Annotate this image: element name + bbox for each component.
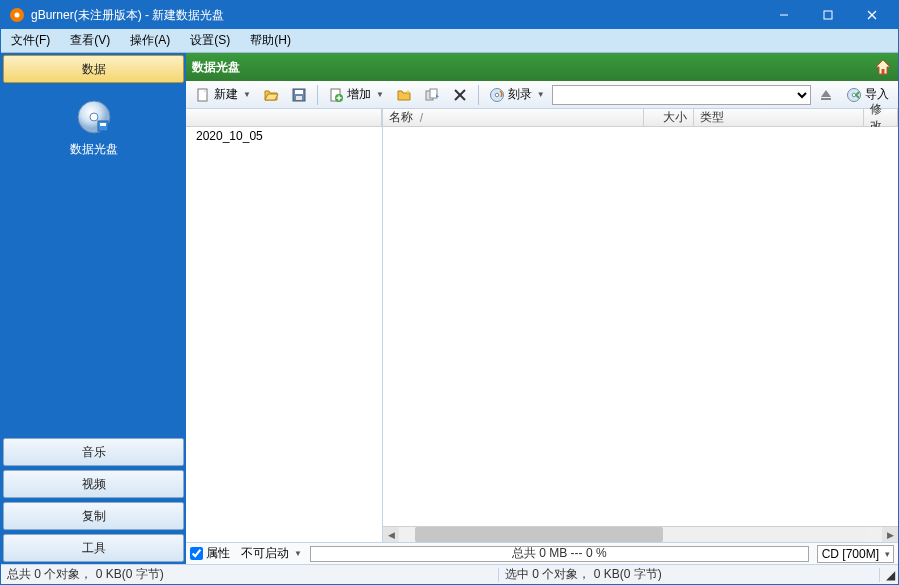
list-body[interactable] xyxy=(383,127,898,526)
menu-view[interactable]: 查看(V) xyxy=(60,29,120,52)
new-file-icon xyxy=(195,87,211,103)
folder-open-icon xyxy=(263,87,279,103)
svg-rect-16 xyxy=(296,96,302,100)
burn-button[interactable]: 刻录 ▼ xyxy=(484,83,550,107)
new-folder-button[interactable] xyxy=(391,83,417,107)
scroll-right-arrow[interactable]: ▶ xyxy=(882,527,898,542)
delete-button[interactable] xyxy=(447,83,473,107)
chevron-down-icon: ▼ xyxy=(537,90,545,99)
main: 数据光盘 新建 ▼ 增加 ▼ xyxy=(186,53,898,564)
resize-grip[interactable]: ◢ xyxy=(880,568,898,582)
new-folder-icon xyxy=(396,87,412,103)
properties-checkbox[interactable]: 属性 xyxy=(190,545,230,562)
horizontal-scrollbar[interactable]: ◀ ▶ xyxy=(383,526,898,542)
menu-file[interactable]: 文件(F) xyxy=(1,29,60,52)
chevron-down-icon: ▼ xyxy=(294,549,302,558)
extract-icon xyxy=(424,87,440,103)
status-total: 总共 0 个对象， 0 KB(0 字节) xyxy=(1,566,170,583)
sidebar-tab-data[interactable]: 数据 xyxy=(3,55,184,83)
menu-action[interactable]: 操作(A) xyxy=(120,29,180,52)
tree-pane: 2020_10_05 xyxy=(186,109,383,542)
chevron-down-icon: ▼ xyxy=(376,90,384,99)
svg-point-1 xyxy=(15,13,20,18)
col-name[interactable]: 名称 / xyxy=(383,109,644,126)
maximize-button[interactable] xyxy=(806,1,850,29)
titlebar: gBurner(未注册版本) - 新建数据光盘 xyxy=(1,1,898,29)
scroll-left-arrow[interactable]: ◀ xyxy=(383,527,399,542)
import-disc-icon xyxy=(846,87,862,103)
tree-root-label: 2020_10_05 xyxy=(196,129,263,143)
home-icon[interactable] xyxy=(874,58,892,76)
save-button[interactable] xyxy=(286,83,312,107)
tree-root-item[interactable]: 2020_10_05 xyxy=(186,127,382,145)
app-icon xyxy=(9,7,25,23)
eject-icon xyxy=(818,87,834,103)
svg-rect-11 xyxy=(882,69,885,74)
add-button[interactable]: 增加 ▼ xyxy=(323,83,389,107)
add-file-icon xyxy=(328,87,344,103)
header-bar: 数据光盘 xyxy=(186,53,898,81)
list-header: 名称 / 大小 类型 修改 xyxy=(383,109,898,127)
bootable-dropdown[interactable]: 不可启动 ▼ xyxy=(238,545,302,562)
svg-rect-15 xyxy=(295,90,303,94)
tree-header xyxy=(186,109,382,127)
menu-settings[interactable]: 设置(S) xyxy=(180,29,240,52)
status-selected: 选中 0 个对象， 0 KB(0 字节) xyxy=(499,566,879,583)
toolbar: 新建 ▼ 增加 ▼ xyxy=(186,81,898,109)
svg-rect-29 xyxy=(821,98,831,100)
progress-bar: 总共 0 MB --- 0 % xyxy=(310,546,809,562)
sidebar-tab-tools[interactable]: 工具 xyxy=(3,534,184,562)
list-pane: 名称 / 大小 类型 修改 ◀ ▶ xyxy=(383,109,898,542)
media-select[interactable]: CD [700M] xyxy=(817,545,894,563)
menubar: 文件(F) 查看(V) 操作(A) 设置(S) 帮助(H) xyxy=(1,29,898,53)
sidebar: 数据 数据光盘 音乐 视频 复制 工具 xyxy=(1,53,186,564)
drive-select[interactable] xyxy=(552,85,811,105)
svg-point-27 xyxy=(495,93,499,97)
col-type[interactable]: 类型 xyxy=(694,109,864,126)
disc-icon[interactable] xyxy=(76,99,112,135)
close-button[interactable] xyxy=(850,1,894,29)
svg-point-7 xyxy=(90,113,98,121)
sidebar-tab-copy[interactable]: 复制 xyxy=(3,502,184,530)
svg-rect-9 xyxy=(100,123,106,126)
footer-bar: 属性 不可启动 ▼ 总共 0 MB --- 0 % CD [700M] xyxy=(186,542,898,564)
eject-button[interactable] xyxy=(813,83,839,107)
delete-icon xyxy=(452,87,468,103)
statusbar: 总共 0 个对象， 0 KB(0 字节) 选中 0 个对象， 0 KB(0 字节… xyxy=(1,564,898,584)
sidebar-panel-label: 数据光盘 xyxy=(70,141,118,158)
chevron-down-icon: ▼ xyxy=(243,90,251,99)
menu-help[interactable]: 帮助(H) xyxy=(240,29,301,52)
sidebar-tab-music[interactable]: 音乐 xyxy=(3,438,184,466)
header-title: 数据光盘 xyxy=(192,59,240,76)
col-size[interactable]: 大小 xyxy=(644,109,694,126)
sidebar-tab-video[interactable]: 视频 xyxy=(3,470,184,498)
scroll-thumb[interactable] xyxy=(415,527,663,542)
col-modified[interactable]: 修改 xyxy=(864,109,898,126)
sidebar-panel: 数据光盘 xyxy=(1,85,186,436)
minimize-button[interactable] xyxy=(762,1,806,29)
svg-rect-23 xyxy=(430,89,437,98)
svg-marker-28 xyxy=(821,90,831,97)
new-button[interactable]: 新建 ▼ xyxy=(190,83,256,107)
svg-rect-3 xyxy=(824,11,832,19)
open-button[interactable] xyxy=(258,83,284,107)
window-title: gBurner(未注册版本) - 新建数据光盘 xyxy=(31,7,762,24)
burn-disc-icon xyxy=(489,87,505,103)
extract-button[interactable] xyxy=(419,83,445,107)
floppy-icon xyxy=(291,87,307,103)
